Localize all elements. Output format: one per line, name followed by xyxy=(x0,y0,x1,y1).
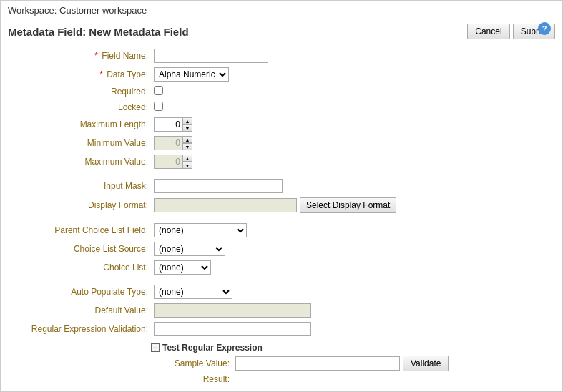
sample-value-label: Sample Value: xyxy=(158,358,230,368)
display-format-input[interactable] xyxy=(154,198,297,212)
choice-list-select[interactable]: (none) xyxy=(154,260,211,275)
max-value-spinner-buttons: ▲ ▼ xyxy=(182,155,192,169)
auto-populate-label: Auto Populate Type: xyxy=(8,283,151,301)
min-value-spinner-buttons: ▲ ▼ xyxy=(182,136,192,150)
required-label: Required: xyxy=(8,84,151,99)
regex-label: Regular Expression Validation: xyxy=(8,320,151,338)
default-value-input[interactable] xyxy=(154,303,311,318)
parent-choice-input-cell: (none) xyxy=(151,221,555,240)
test-section: − Test Regular Expression Sample Value: … xyxy=(151,343,555,384)
validate-button[interactable]: Validate xyxy=(403,356,449,371)
result-row: Result: xyxy=(158,374,555,384)
input-mask-label: Input Mask: xyxy=(8,177,151,195)
input-mask-input[interactable] xyxy=(154,179,283,193)
min-value-input-cell: ▲ ▼ xyxy=(151,134,555,152)
auto-populate-select[interactable]: (none) xyxy=(154,285,232,299)
max-length-down-btn[interactable]: ▼ xyxy=(182,124,192,132)
help-icon[interactable]: ? xyxy=(538,22,551,35)
auto-populate-input-cell: (none) xyxy=(151,283,555,301)
max-length-spinner: ▲ ▼ xyxy=(154,117,552,132)
spacer-2 xyxy=(8,215,555,221)
locked-input-cell xyxy=(151,99,555,115)
default-value-label: Default Value: xyxy=(8,301,151,320)
max-value-down-btn[interactable]: ▼ xyxy=(182,162,192,169)
max-length-row: Maximum Length: ▲ ▼ xyxy=(8,115,555,134)
spacer-3 xyxy=(8,277,555,283)
input-mask-row: Input Mask: xyxy=(8,177,555,195)
display-format-row: Display Format: Select Display Format xyxy=(8,195,555,215)
spacer-1 xyxy=(8,171,555,177)
sample-value-row: Sample Value: Validate xyxy=(158,356,555,371)
parent-choice-select[interactable]: (none) xyxy=(154,223,247,237)
data-type-input-cell: Alpha Numeric Numeric Date Boolean List xyxy=(151,65,555,84)
regex-input-cell xyxy=(151,320,555,338)
min-value-spinner: ▲ ▼ xyxy=(154,136,552,150)
data-type-row: * Data Type: Alpha Numeric Numeric Date … xyxy=(8,65,555,84)
default-value-input-cell xyxy=(151,301,555,320)
choice-list-source-input-cell: (none) xyxy=(151,240,555,258)
test-inner: Sample Value: Validate Result: xyxy=(158,356,555,384)
display-format-group: Select Display Format xyxy=(154,197,552,213)
max-value-input-cell: ▲ ▼ xyxy=(151,152,555,171)
min-value-up-btn[interactable]: ▲ xyxy=(182,136,192,143)
min-value-label: Minimum Value: xyxy=(8,134,151,152)
choice-list-source-select[interactable]: (none) xyxy=(154,242,225,256)
page-container: Workspace: Customer workspace ? Metadata… xyxy=(0,0,563,392)
data-type-select[interactable]: Alpha Numeric Numeric Date Boolean List xyxy=(154,67,229,82)
required-star-name: * xyxy=(94,51,98,61)
field-name-input[interactable] xyxy=(154,49,268,63)
max-value-up-btn[interactable]: ▲ xyxy=(182,155,192,162)
test-header: − Test Regular Expression xyxy=(151,343,555,353)
max-value-spinner: ▲ ▼ xyxy=(154,155,552,169)
content-area: ? Metadata Field: New Metadata Field Can… xyxy=(1,19,562,391)
test-section-title: Test Regular Expression xyxy=(162,343,263,353)
max-length-input[interactable] xyxy=(154,117,182,132)
required-row: Required: xyxy=(8,84,555,99)
field-name-input-cell xyxy=(151,46,555,65)
locked-row: Locked: xyxy=(8,99,555,115)
required-star-type: * xyxy=(99,69,103,79)
required-checkbox[interactable] xyxy=(154,86,163,95)
sample-value-input-group: Validate xyxy=(235,356,449,371)
display-format-input-cell: Select Display Format xyxy=(151,195,555,215)
display-format-label: Display Format: xyxy=(8,195,151,215)
locked-checkbox[interactable] xyxy=(154,102,163,111)
max-value-input[interactable] xyxy=(154,155,182,169)
max-length-input-cell: ▲ ▼ xyxy=(151,115,555,134)
regex-input[interactable] xyxy=(154,322,311,336)
default-value-row: Default Value: xyxy=(8,301,555,320)
max-value-row: Maximum Value: ▲ ▼ xyxy=(8,152,555,171)
choice-list-row: Choice List: (none) xyxy=(8,258,555,277)
form-table: * Field Name: * Data Type: Alpha Numeric xyxy=(8,46,555,338)
workspace-header: Workspace: Customer workspace xyxy=(1,1,562,19)
max-length-up-btn[interactable]: ▲ xyxy=(182,117,192,124)
regex-row: Regular Expression Validation: xyxy=(8,320,555,338)
select-display-format-button[interactable]: Select Display Format xyxy=(300,197,396,213)
auto-populate-row: Auto Populate Type: (none) xyxy=(8,283,555,301)
max-length-label: Maximum Length: xyxy=(8,115,151,134)
min-value-row: Minimum Value: ▲ ▼ xyxy=(8,134,555,152)
sample-value-input[interactable] xyxy=(235,356,400,371)
input-mask-input-cell xyxy=(151,177,555,195)
choice-list-label: Choice List: xyxy=(8,258,151,277)
min-value-input[interactable] xyxy=(154,136,182,150)
result-label: Result: xyxy=(158,374,230,384)
max-length-spinner-buttons: ▲ ▼ xyxy=(182,117,192,132)
field-name-label: * Field Name: xyxy=(8,46,151,65)
choice-list-input-cell: (none) xyxy=(151,258,555,277)
page-title: Metadata Field: New Metadata Field xyxy=(8,26,189,38)
parent-choice-label: Parent Choice List Field: xyxy=(8,221,151,240)
field-name-row: * Field Name: xyxy=(8,46,555,65)
required-input-cell xyxy=(151,84,555,99)
parent-choice-row: Parent Choice List Field: (none) xyxy=(8,221,555,240)
top-bar: Metadata Field: New Metadata Field Cance… xyxy=(8,24,555,39)
collapse-icon[interactable]: − xyxy=(151,343,160,352)
choice-list-source-label: Choice List Source: xyxy=(8,240,151,258)
data-type-label: * Data Type: xyxy=(8,65,151,84)
workspace-title: Workspace: Customer workspace xyxy=(8,5,147,16)
locked-label: Locked: xyxy=(8,99,151,115)
max-value-label: Maximum Value: xyxy=(8,152,151,171)
min-value-down-btn[interactable]: ▼ xyxy=(182,143,192,150)
cancel-button[interactable]: Cancel xyxy=(467,24,509,39)
choice-list-source-row: Choice List Source: (none) xyxy=(8,240,555,258)
